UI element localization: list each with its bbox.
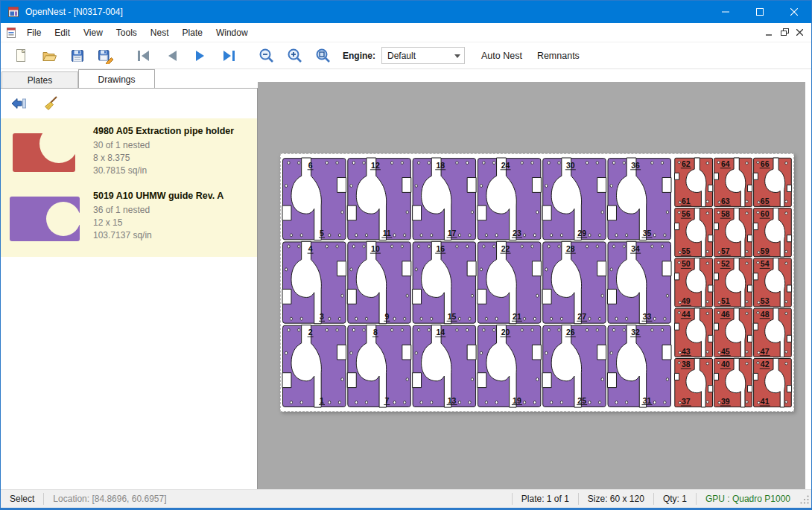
purple-part-pair[interactable]: [478, 241, 542, 324]
sidebar: Plates Drawings: [1, 69, 258, 489]
zoom-fit-button[interactable]: [312, 45, 334, 66]
engine-select[interactable]: Default: [381, 47, 465, 64]
purple-part-pair[interactable]: [347, 158, 411, 240]
red-part-pair[interactable]: [675, 208, 713, 257]
child-close-button[interactable]: [792, 26, 807, 39]
status-location: Location: [84.8696, 60.6957]: [44, 494, 175, 504]
red-part-pair[interactable]: [675, 158, 713, 207]
purple-part-pair[interactable]: [347, 241, 411, 324]
open-button[interactable]: [38, 45, 60, 66]
remnants-button[interactable]: Remnants: [533, 48, 584, 64]
part-number: 36: [631, 161, 640, 170]
purple-part-pair[interactable]: [282, 325, 346, 407]
status-qty: Qty: 1: [654, 494, 696, 504]
purple-part-pair[interactable]: [608, 325, 672, 407]
purple-part-pair[interactable]: [608, 158, 672, 240]
part-number: 19: [513, 396, 521, 405]
menu-nest[interactable]: Nest: [144, 24, 176, 42]
nav-previous-button[interactable]: [161, 45, 183, 66]
part-number: 54: [761, 259, 770, 268]
part-number: 21: [513, 312, 521, 321]
red-part-pair[interactable]: [753, 208, 791, 257]
zoom-in-button[interactable]: [284, 45, 305, 66]
part-number: 46: [721, 310, 730, 319]
resize-grip[interactable]: [799, 493, 810, 505]
menu-edit[interactable]: Edit: [48, 24, 77, 42]
zoom-out-button[interactable]: [256, 45, 277, 66]
part-number: 24: [501, 161, 510, 170]
new-button[interactable]: [10, 45, 31, 66]
red-part-pair[interactable]: [675, 358, 713, 407]
close-button[interactable]: [777, 1, 811, 23]
part-thumbnail-purple: [7, 191, 84, 246]
purple-part-pair[interactable]: [413, 241, 477, 324]
part-thumbnail-red: [7, 126, 84, 176]
red-part-pair[interactable]: [675, 258, 713, 307]
child-restore-button[interactable]: [777, 26, 792, 39]
part-number: 45: [721, 347, 730, 356]
red-part-pair[interactable]: [753, 158, 791, 207]
nav-last-button[interactable]: [218, 45, 239, 66]
part-number: 11: [383, 229, 391, 238]
maximize-button[interactable]: [743, 1, 777, 23]
menu-tools[interactable]: Tools: [110, 24, 144, 42]
purple-part-pair[interactable]: [542, 241, 606, 324]
import-drawing-button[interactable]: [8, 94, 29, 113]
plate-sheet[interactable]: 6512111817242330293635431091615222128273…: [280, 153, 794, 412]
clear-broom-button[interactable]: [41, 94, 62, 113]
purple-part-pair[interactable]: [542, 325, 606, 407]
auto-nest-button[interactable]: Auto Nest: [477, 48, 527, 64]
purple-part-pair[interactable]: [347, 325, 411, 407]
red-part-pair[interactable]: [753, 358, 791, 407]
child-minimize-button[interactable]: [762, 26, 777, 39]
tab-plates[interactable]: Plates: [1, 71, 78, 88]
minimize-button[interactable]: [708, 1, 743, 23]
part-size: 12 x 15: [93, 217, 223, 229]
window-title: OpenNest - [N0317-004]: [25, 7, 123, 17]
part-number: 47: [761, 347, 770, 356]
purple-part-pair[interactable]: [478, 158, 542, 240]
red-part-pair[interactable]: [753, 308, 791, 357]
purple-part-pair[interactable]: [478, 325, 542, 407]
chevron-down-icon: [454, 54, 460, 58]
menu-bar: File Edit View Tools Nest Plate Window: [1, 23, 811, 42]
drawing-item[interactable]: 5019 A10 UHMW guide Rev. A 36 of 1 neste…: [1, 184, 257, 252]
part-number: 32: [631, 328, 640, 337]
red-part-pair[interactable]: [714, 258, 752, 307]
red-part-pair[interactable]: [714, 158, 752, 207]
nav-first-button[interactable]: [133, 45, 154, 66]
red-part-pair[interactable]: [714, 208, 752, 257]
purple-part-pair[interactable]: [608, 241, 672, 324]
purple-part-pair[interactable]: [413, 325, 477, 407]
menu-view[interactable]: View: [77, 24, 110, 42]
purple-part-pair[interactable]: [282, 158, 346, 240]
menu-file[interactable]: File: [20, 24, 48, 42]
save-as-button[interactable]: [95, 45, 116, 66]
nav-next-button[interactable]: [189, 45, 211, 66]
part-number: 27: [577, 312, 586, 321]
red-part-pair[interactable]: [714, 308, 752, 357]
purple-part-pair[interactable]: [542, 158, 606, 240]
menu-plate[interactable]: Plate: [176, 24, 209, 42]
part-number: 18: [436, 161, 445, 170]
part-number: 12: [371, 161, 380, 170]
tab-drawings[interactable]: Drawings: [78, 69, 155, 88]
menu-window[interactable]: Window: [209, 24, 255, 42]
engine-label: Engine:: [343, 51, 375, 61]
document-icon[interactable]: [5, 27, 17, 39]
red-part-pair[interactable]: [714, 358, 752, 407]
drawing-item[interactable]: 4980 A05 Extraction pipe holder 30 of 1 …: [1, 119, 257, 184]
nest-plate-svg[interactable]: 6512111817242330293635431091615222128273…: [281, 154, 795, 412]
purple-part-pair[interactable]: [413, 158, 477, 240]
red-part-pair[interactable]: [753, 258, 791, 307]
red-part-pair[interactable]: [675, 308, 713, 357]
nest-canvas[interactable]: 6512111817242330293635431091615222128273…: [258, 69, 811, 489]
part-number: 2: [308, 328, 313, 337]
part-number: 40: [721, 360, 730, 369]
save-button[interactable]: [66, 45, 88, 66]
part-number: 57: [721, 246, 730, 255]
purple-part-pair[interactable]: [282, 241, 346, 324]
canvas-background[interactable]: 6512111817242330293635431091615222128273…: [258, 82, 805, 489]
app-window: OpenNest - [N0317-004] File Edit View To…: [0, 0, 812, 510]
part-number: 52: [721, 259, 730, 268]
